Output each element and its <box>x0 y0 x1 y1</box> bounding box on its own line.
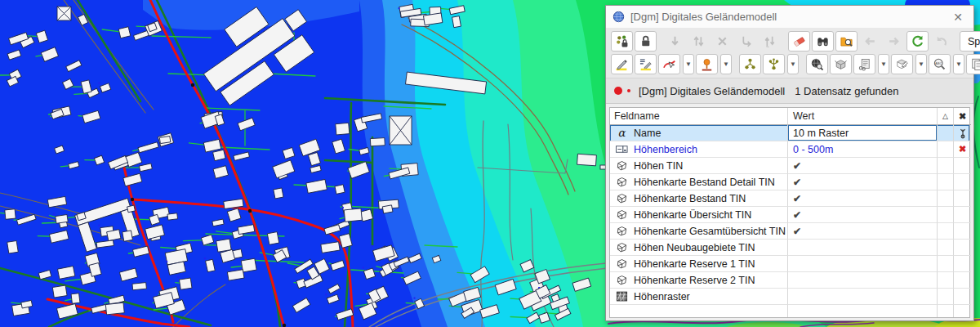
header-remove-icon[interactable]: ✖ <box>954 108 971 125</box>
field-name-cell[interactable]: Höhenkarte Gesamtübersicht TIN <box>610 223 788 240</box>
field-value-cell[interactable]: ✔ <box>788 174 938 190</box>
sort-cell[interactable] <box>938 289 954 305</box>
field-value-cell[interactable]: ✔ <box>788 207 938 223</box>
header-sort-icon[interactable]: △ <box>938 108 954 125</box>
sort-cell[interactable] <box>938 207 954 223</box>
field-name-cell[interactable]: Höhenkarte Bestand Detail TIN <box>610 174 788 190</box>
report-button[interactable] <box>853 54 875 74</box>
flag-cell[interactable] <box>954 174 971 190</box>
topology-net-button[interactable] <box>763 54 785 74</box>
zoom-text-button-dropdown[interactable]: ▼ <box>953 54 964 74</box>
browse-button[interactable] <box>835 31 858 52</box>
status-title: [Dgm] Digitales Geländemodell <box>639 85 785 97</box>
field-value-cell[interactable]: ✔ <box>788 223 938 240</box>
pin-icon <box>958 127 968 139</box>
undo-button <box>930 31 952 52</box>
lock-button[interactable] <box>635 31 657 52</box>
toolbar-row-1: Spezial▼ <box>611 31 969 52</box>
flag-cell[interactable] <box>954 207 971 223</box>
flag-cell[interactable] <box>954 190 971 207</box>
field-name-cell[interactable]: Höhenkarte Reserve 2 TIN <box>610 272 788 289</box>
flag-cell[interactable] <box>954 223 971 240</box>
table-row-höhenkarte-übersicht-tin[interactable]: Höhenkarte Übersicht TIN✔ <box>610 207 969 223</box>
field-name-label: Höhenkarte Reserve 2 TIN <box>634 275 755 286</box>
field-name-cell[interactable]: Höhenbereich <box>610 141 788 158</box>
field-value-cell[interactable] <box>788 240 938 256</box>
dialog-title: [Dgm] Digitales Geländemodell <box>630 11 943 23</box>
sort-cell[interactable] <box>938 125 954 141</box>
table-row-höhenkarte-gesamtübersicht-tin[interactable]: Höhenkarte Gesamtübersicht TIN✔ <box>610 223 969 240</box>
flag-cell[interactable] <box>954 272 971 289</box>
set-marker-button[interactable] <box>696 54 718 74</box>
select-geometry-button[interactable] <box>658 54 680 74</box>
sort-cell[interactable] <box>938 158 954 174</box>
flag-cell[interactable]: ✖ <box>954 141 971 158</box>
global-search-button[interactable] <box>806 54 828 74</box>
select-geometry-button-dropdown[interactable]: ▼ <box>683 54 694 74</box>
sort-cell[interactable] <box>938 141 954 158</box>
field-value-cell[interactable]: ✔ <box>788 158 938 174</box>
status-result: 1 Datensatz gefunden <box>795 85 898 97</box>
flag-cell[interactable] <box>954 125 971 141</box>
table-row-höhen-neubaugebiete-tin[interactable]: Höhen Neubaugebiete TIN <box>610 240 969 256</box>
topology-trace-button[interactable] <box>739 54 761 74</box>
table-row-höhenkarte-bestand-detail-tin[interactable]: Höhenkarte Bestand Detail TIN✔ <box>610 174 969 190</box>
sort-cell[interactable] <box>938 256 954 272</box>
refresh-button[interactable] <box>906 31 929 52</box>
table-body: αName10 m RasterHöhenbereich0 - 500m✖Höh… <box>610 125 969 305</box>
set-marker-button-dropdown[interactable]: ▼ <box>720 54 732 74</box>
flag-cell[interactable] <box>954 158 971 174</box>
field-value-cell[interactable] <box>788 272 938 289</box>
field-name-cell[interactable]: αName <box>610 125 788 141</box>
forward-button <box>883 31 905 52</box>
flag-cell[interactable] <box>954 256 971 272</box>
field-value-cell[interactable]: ✔ <box>788 190 938 207</box>
spezial-button[interactable]: Spezial <box>960 31 980 52</box>
close-icon[interactable]: ✕ <box>949 8 967 26</box>
model-edit-button-dropdown[interactable]: ▼ <box>915 54 927 74</box>
dialog-titlebar[interactable]: [Dgm] Digitales Geländemodell ✕ <box>606 6 973 28</box>
flag-cell[interactable] <box>954 240 971 256</box>
table-row-höhenkarte-reserve-1-tin[interactable]: Höhenkarte Reserve 1 TIN <box>610 256 969 272</box>
highlight-label-button[interactable] <box>635 54 657 74</box>
search-button[interactable] <box>812 31 834 52</box>
flag-cell[interactable] <box>954 289 971 305</box>
table-row-höhen-tin[interactable]: Höhen TIN✔ <box>610 158 969 174</box>
field-value-cell[interactable] <box>788 256 938 272</box>
table-row-höhenraster[interactable]: Höhenraster <box>610 289 969 305</box>
remove-icon[interactable]: ✖ <box>959 144 966 155</box>
field-name-cell[interactable]: Höhenkarte Übersicht TIN <box>610 207 788 223</box>
copy-button[interactable] <box>966 54 980 74</box>
table-row-höhenkarte-reserve-2-tin[interactable]: Höhenkarte Reserve 2 TIN <box>610 272 969 289</box>
field-name-cell[interactable]: Höhen TIN <box>610 158 788 174</box>
field-name-cell[interactable]: Höhenkarte Reserve 1 TIN <box>610 256 788 272</box>
header-feldname[interactable]: Feldname <box>610 108 788 125</box>
field-value-cell[interactable] <box>788 289 938 305</box>
clear-button[interactable] <box>788 31 810 52</box>
archive-button[interactable] <box>830 54 852 74</box>
report-button-dropdown[interactable]: ▼ <box>878 54 889 74</box>
sort-cell[interactable] <box>938 174 954 190</box>
header-wert[interactable]: Wert <box>788 108 938 125</box>
topology-net-button-dropdown[interactable]: ▼ <box>787 54 799 74</box>
table-row-höhenbereich[interactable]: Höhenbereich0 - 500m✖ <box>610 141 969 158</box>
field-value-cell[interactable]: 10 m Raster <box>788 125 938 141</box>
sort-cell[interactable] <box>938 272 954 289</box>
highlight-geometry-button[interactable] <box>611 54 633 74</box>
field-value-cell[interactable]: 0 - 500m <box>788 141 938 158</box>
sort-cell[interactable] <box>938 190 954 207</box>
table-empty-row <box>610 305 969 317</box>
field-name-cell[interactable]: Höhenkarte Bestand TIN <box>610 190 788 207</box>
zoom-text-button[interactable]: ABC <box>929 54 951 74</box>
lock-selection-button[interactable] <box>611 31 633 52</box>
table-row-höhenkarte-bestand-tin[interactable]: Höhenkarte Bestand TIN✔ <box>610 190 969 207</box>
tin-icon <box>614 241 629 253</box>
sort-cell[interactable] <box>938 240 954 256</box>
sort-cell[interactable] <box>938 223 954 240</box>
field-name-cell[interactable]: Höhenraster <box>610 289 788 305</box>
toolbar-group: ▼▼ <box>611 54 732 74</box>
field-name-cell[interactable]: Höhen Neubaugebiete TIN <box>610 240 788 256</box>
table-row-name[interactable]: αName10 m Raster <box>610 125 969 141</box>
model-edit-button[interactable] <box>891 54 913 74</box>
dgm-dialog: [Dgm] Digitales Geländemodell ✕ Spezial▼… <box>605 5 974 321</box>
